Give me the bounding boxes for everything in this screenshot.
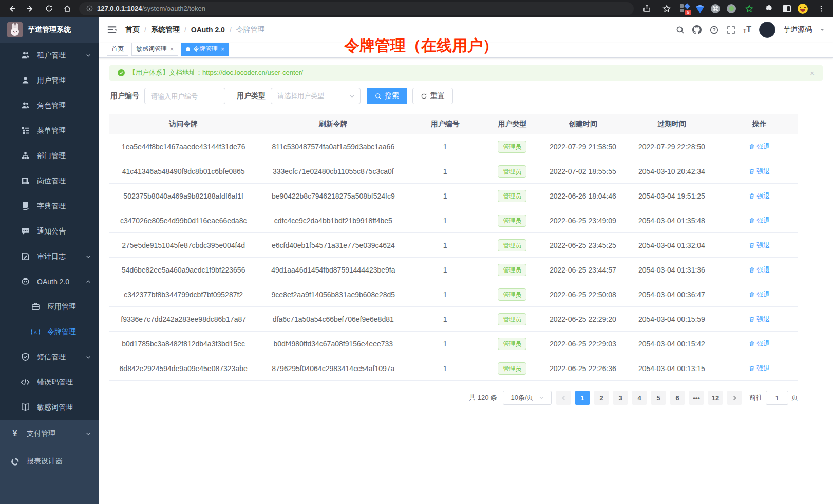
user-id-input[interactable]: [144, 88, 225, 104]
help-icon[interactable]: [709, 25, 718, 34]
tab-token-management[interactable]: 令牌管理 ×: [181, 43, 229, 56]
tab-sensitive-words[interactable]: 敏感词管理 ×: [131, 43, 178, 56]
side-panel-icon[interactable]: [783, 5, 791, 12]
user-type-tag: 管理员: [498, 239, 526, 251]
fullscreen-icon[interactable]: [726, 25, 735, 34]
created-cell: 2022-06-25 23:44:57: [543, 266, 622, 274]
search-button[interactable]: 搜索: [367, 88, 407, 104]
page-size-select[interactable]: 10条/页: [503, 391, 552, 405]
trash-icon: [749, 242, 755, 248]
force-logout-button[interactable]: 强退: [749, 315, 770, 324]
doc-alert: 【用户体系】文档地址：https://doc.iocoder.cn/user-c…: [109, 65, 823, 81]
share-icon[interactable]: [640, 2, 653, 15]
force-logout-button[interactable]: 强退: [749, 364, 770, 373]
page-button-3[interactable]: 3: [613, 391, 628, 405]
expires-cell: 2054-03-04 01:32:04: [622, 241, 721, 249]
sidebar-item-oauth-app[interactable]: 应用管理: [0, 294, 99, 319]
sidebar-item-oauth-token[interactable]: A令牌管理: [0, 319, 99, 344]
page-button-1[interactable]: 1: [575, 391, 590, 405]
next-page-button[interactable]: [727, 391, 742, 405]
goto-page-input[interactable]: [766, 391, 788, 405]
user-id-cell: 1: [409, 266, 481, 274]
github-icon[interactable]: [692, 25, 702, 34]
force-logout-button[interactable]: 强退: [749, 339, 770, 348]
font-size-icon[interactable]: TT: [743, 26, 751, 34]
site-info-icon[interactable]: [86, 5, 93, 12]
sidebar-item-post[interactable]: 岗位管理: [0, 168, 99, 193]
force-logout-button[interactable]: 强退: [749, 265, 770, 275]
alert-close-icon[interactable]: ×: [810, 69, 815, 77]
user-type-cell: 管理员: [481, 239, 543, 251]
sidebar-item-pay[interactable]: ¥支付管理: [0, 420, 99, 448]
sidebar-item-notice[interactable]: 通知公告: [0, 219, 99, 244]
prev-page-button[interactable]: [556, 391, 571, 405]
force-logout-button[interactable]: 强退: [749, 167, 770, 176]
tab-close-icon[interactable]: ×: [221, 46, 224, 53]
trash-icon: [749, 144, 755, 150]
user-type-select[interactable]: 请选择用户类型: [271, 88, 361, 104]
browser-address-bar[interactable]: 127.0.0.1:1024/system/oauth2/token: [79, 2, 634, 15]
sidebar-item-sms[interactable]: 短信管理: [0, 344, 99, 370]
page-button-2[interactable]: 2: [594, 391, 609, 405]
action-cell: 强退: [721, 315, 798, 324]
breadcrumb-oauth[interactable]: OAuth 2.0: [191, 26, 225, 34]
page-button-5[interactable]: 5: [651, 391, 666, 405]
browser-reload-button[interactable]: [42, 2, 55, 15]
user-menu-caret-icon[interactable]: [820, 27, 825, 32]
force-logout-button[interactable]: 强退: [749, 241, 770, 250]
browser-toolbar: 127.0.0.1:1024/system/oauth2/token 9: [0, 0, 833, 17]
page-button-4[interactable]: 4: [632, 391, 647, 405]
force-logout-button[interactable]: 强退: [749, 216, 770, 225]
breadcrumb-home[interactable]: 首页: [125, 25, 140, 34]
command-extension-icon[interactable]: [711, 4, 720, 13]
user-type-cell: 管理员: [481, 313, 543, 325]
refresh-token-cell: be90422b8c7946218275a508bf524fc9: [257, 192, 409, 200]
browser-forward-button[interactable]: [24, 2, 37, 15]
puzzle-extensions-icon[interactable]: [763, 2, 776, 15]
sidebar-item-tenant[interactable]: 租户管理: [0, 43, 99, 68]
table-header: 访问令牌 刷新令牌 用户编号 用户类型 创建时间 过期时间 操作: [109, 114, 798, 134]
browser-home-button[interactable]: [61, 2, 74, 15]
sidebar-item-dept[interactable]: 部门管理: [0, 143, 99, 168]
browser-menu-icon[interactable]: [815, 2, 828, 15]
user-type-tag: 管理员: [498, 313, 526, 325]
hamburger-icon[interactable]: [107, 25, 117, 35]
sidebar-item-menu[interactable]: 菜单管理: [0, 118, 99, 143]
tab-close-icon[interactable]: ×: [170, 46, 174, 53]
evernote-extension-icon[interactable]: [743, 2, 756, 15]
recorder-extension-icon[interactable]: [727, 4, 736, 13]
alert-text: 【用户体系】文档地址：https://doc.iocoder.cn/user-c…: [129, 68, 303, 77]
sidebar-item-audit[interactable]: 审计日志: [0, 244, 99, 269]
gem-extension-icon[interactable]: [696, 7, 704, 13]
force-logout-button[interactable]: 强退: [749, 191, 770, 201]
sidebar-item-role[interactable]: 角色管理: [0, 93, 99, 118]
goto-suffix: 页: [791, 393, 798, 402]
tab-home[interactable]: 首页: [107, 43, 128, 56]
page-button-12[interactable]: 12: [708, 391, 723, 405]
sidebar-item-errcode[interactable]: 错误码管理: [0, 370, 99, 395]
breadcrumb-system[interactable]: 系统管理: [151, 25, 180, 34]
created-cell: 2022-07-29 21:58:50: [543, 143, 622, 151]
reset-button[interactable]: 重置: [412, 88, 453, 104]
page-button-6[interactable]: 6: [670, 391, 685, 405]
sidebar-item-report[interactable]: 报表设计器: [0, 448, 99, 475]
refresh-token-cell: b0df4980ffd34c67a08f9156e4eee733: [257, 340, 409, 348]
user-avatar[interactable]: [759, 22, 775, 38]
bookmark-star-icon[interactable]: [660, 2, 673, 15]
force-logout-button[interactable]: 强退: [749, 142, 770, 151]
force-logout-button[interactable]: 强退: [749, 290, 770, 299]
sidebar-item-sensitive[interactable]: 敏感词管理: [0, 395, 99, 420]
browser-back-button[interactable]: [5, 2, 18, 15]
header-search-icon[interactable]: [675, 25, 685, 34]
page-more-button[interactable]: •••: [689, 391, 704, 405]
user-name[interactable]: 芋道源码: [783, 25, 812, 34]
profile-avatar[interactable]: [798, 4, 808, 14]
created-cell: 2022-06-25 23:45:25: [543, 241, 622, 249]
audit-icon: [21, 252, 30, 261]
sidebar-item-user[interactable]: 用户管理: [0, 68, 99, 93]
sidebar-item-oauth[interactable]: OAuth 2.0: [0, 269, 99, 294]
sidebar-item-dict[interactable]: 字典管理: [0, 193, 99, 219]
page-content: 【用户体系】文档地址：https://doc.iocoder.cn/user-c…: [99, 58, 833, 504]
app-logo[interactable]: 芋道管理系统: [0, 17, 99, 43]
extension-icon[interactable]: 9: [680, 4, 689, 13]
